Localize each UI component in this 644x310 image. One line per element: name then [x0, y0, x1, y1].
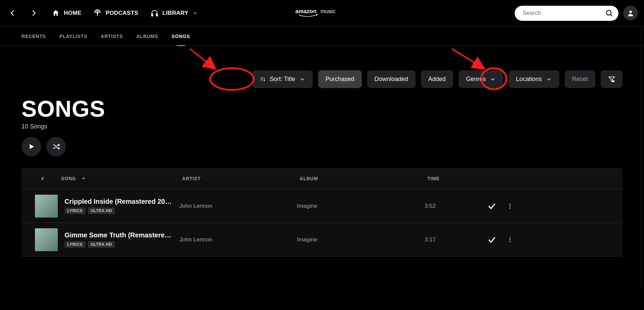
- more-vertical-icon: [507, 202, 513, 210]
- check-icon: [487, 235, 497, 244]
- sort-chip-label: Sort: Title: [270, 76, 295, 83]
- col-song-label: SONG: [61, 176, 76, 181]
- page-title: SONGS: [22, 95, 622, 122]
- row-album[interactable]: Imagine: [297, 203, 425, 209]
- row-album[interactable]: Imagine: [297, 236, 425, 243]
- row-song-cell: Gimme Some Truth (Remastered… LYRICS ULT…: [58, 228, 179, 251]
- filter-settings-icon: [608, 76, 615, 83]
- col-album[interactable]: ALBUM: [300, 176, 427, 181]
- locations-chip[interactable]: Locations: [509, 70, 559, 88]
- user-icon: [627, 9, 634, 17]
- home-icon: [52, 9, 60, 17]
- reset-chip-label: Reset: [572, 76, 588, 83]
- svg-marker-13: [30, 144, 34, 149]
- library-subtabs: RECENTS PLAYLISTS ARTISTS ALBUMS SONGS: [0, 27, 644, 46]
- purchased-chip-label: Purchased: [326, 76, 354, 83]
- check-icon: [487, 201, 497, 211]
- lyrics-badge: LYRICS: [65, 241, 85, 248]
- nav-home-label: HOME: [64, 10, 81, 16]
- svg-point-16: [509, 207, 510, 208]
- svg-point-18: [509, 239, 510, 240]
- svg-rect-2: [156, 14, 158, 16]
- play-all-button[interactable]: [22, 137, 41, 156]
- sort-chip[interactable]: Sort: Title: [252, 70, 313, 88]
- row-song-title[interactable]: Crippled Inside (Remastered 2010): [65, 198, 172, 205]
- filter-row: Sort: Title Purchased Downloaded Added G…: [22, 46, 622, 88]
- tab-songs[interactable]: SONGS: [172, 34, 190, 39]
- table-row[interactable]: 2 Gimme Some Truth (Remastered… LYRICS U…: [22, 223, 622, 257]
- locations-chip-label: Locations: [516, 76, 542, 83]
- caret-up-icon: [81, 176, 86, 181]
- chevron-down-icon: [192, 10, 198, 16]
- sort-icon: [260, 76, 266, 82]
- row-status: [468, 201, 499, 211]
- svg-point-19: [509, 241, 510, 242]
- row-status: [468, 235, 499, 244]
- svg-point-5: [606, 10, 611, 15]
- reset-chip[interactable]: Reset: [565, 70, 595, 88]
- svg-point-17: [509, 237, 510, 238]
- row-badges: LYRICS ULTRA HD: [65, 241, 172, 248]
- svg-line-6: [610, 14, 612, 16]
- app-header: HOME PODCASTS LIBRARY amazon music: [0, 0, 644, 27]
- ultra-hd-badge: ULTRA HD: [88, 241, 115, 248]
- row-artist[interactable]: John Lennon: [179, 203, 297, 209]
- album-art: [35, 228, 58, 251]
- tab-artists[interactable]: ARTISTS: [101, 34, 123, 39]
- account-avatar[interactable]: [623, 6, 638, 21]
- genres-chip[interactable]: Genres: [459, 70, 503, 88]
- nav-library-label: LIBRARY: [163, 10, 188, 16]
- ultra-hd-badge: ULTRA HD: [88, 207, 115, 214]
- chevron-down-icon: [299, 76, 305, 82]
- primary-nav: HOME PODCASTS LIBRARY: [52, 9, 198, 17]
- col-artist[interactable]: ARTIST: [182, 176, 300, 181]
- downloaded-chip[interactable]: Downloaded: [367, 70, 416, 88]
- row-more[interactable]: [499, 202, 515, 210]
- chevron-down-icon: [490, 76, 496, 82]
- nav-library[interactable]: LIBRARY: [151, 9, 198, 17]
- row-more[interactable]: [499, 236, 515, 244]
- play-icon: [28, 143, 35, 150]
- back-button[interactable]: [8, 8, 17, 18]
- brand-logo: amazon music: [295, 6, 349, 20]
- svg-point-15: [509, 205, 510, 206]
- table-row[interactable]: 1 Crippled Inside (Remastered 2010) LYRI…: [22, 189, 622, 223]
- purchased-chip[interactable]: Purchased: [318, 70, 362, 88]
- tab-recents[interactable]: RECENTS: [22, 34, 46, 39]
- search-input[interactable]: [522, 9, 605, 17]
- row-time: 3:17: [425, 236, 468, 243]
- headphones-icon: [151, 9, 159, 17]
- row-artist[interactable]: John Lennon: [179, 236, 297, 243]
- chevron-right-icon: [30, 9, 37, 17]
- forward-button[interactable]: [29, 8, 38, 18]
- amazon-music-logo-icon: amazon music: [295, 6, 349, 20]
- songs-table: # SONG ARTIST ALBUM TIME 1 Crippled Insi…: [22, 168, 622, 257]
- added-chip[interactable]: Added: [421, 70, 453, 88]
- col-index[interactable]: #: [24, 176, 61, 181]
- shuffle-icon: [52, 143, 60, 151]
- filter-settings-chip[interactable]: [601, 70, 622, 88]
- svg-text:music: music: [320, 8, 336, 14]
- genres-chip-label: Genres: [466, 76, 486, 83]
- scrollbar[interactable]: [641, 27, 643, 289]
- svg-point-12: [612, 80, 614, 82]
- search-bar[interactable]: [515, 6, 618, 21]
- header-right: [515, 6, 638, 21]
- chevron-down-icon: [546, 76, 552, 82]
- tab-playlists[interactable]: PLAYLISTS: [59, 34, 87, 39]
- added-chip-label: Added: [428, 76, 446, 83]
- downloaded-chip-label: Downloaded: [375, 76, 408, 83]
- svg-rect-1: [152, 14, 153, 16]
- shuffle-button[interactable]: [46, 137, 66, 156]
- svg-text:amazon: amazon: [295, 8, 316, 14]
- svg-point-7: [629, 11, 632, 13]
- col-time[interactable]: TIME: [427, 176, 471, 181]
- row-song-title[interactable]: Gimme Some Truth (Remastered…: [65, 231, 172, 239]
- history-nav: [8, 8, 38, 18]
- nav-home[interactable]: HOME: [52, 9, 81, 17]
- lyrics-badge: LYRICS: [65, 207, 85, 214]
- nav-podcasts[interactable]: PODCASTS: [93, 9, 138, 17]
- col-song[interactable]: SONG: [61, 176, 182, 181]
- row-song-cell: Crippled Inside (Remastered 2010) LYRICS…: [58, 195, 179, 218]
- tab-albums[interactable]: ALBUMS: [136, 34, 158, 39]
